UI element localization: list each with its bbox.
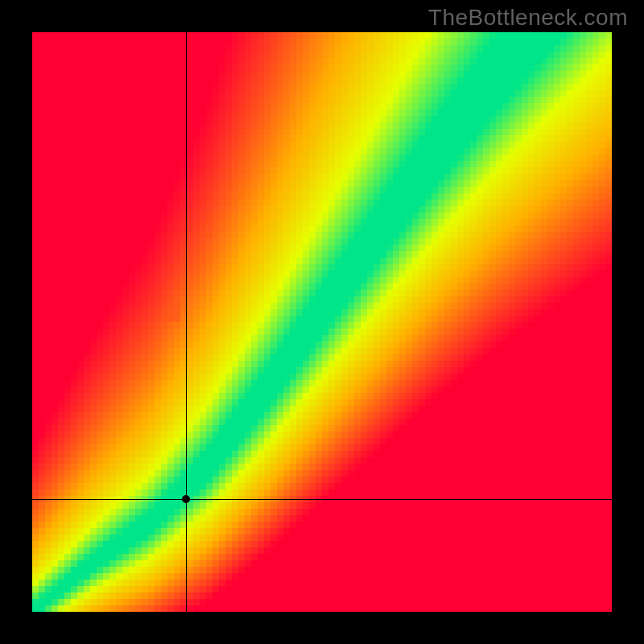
bottleneck-heatmap xyxy=(32,32,612,612)
chart-container: TheBottleneck.com xyxy=(0,0,644,644)
watermark-text: TheBottleneck.com xyxy=(428,5,628,31)
